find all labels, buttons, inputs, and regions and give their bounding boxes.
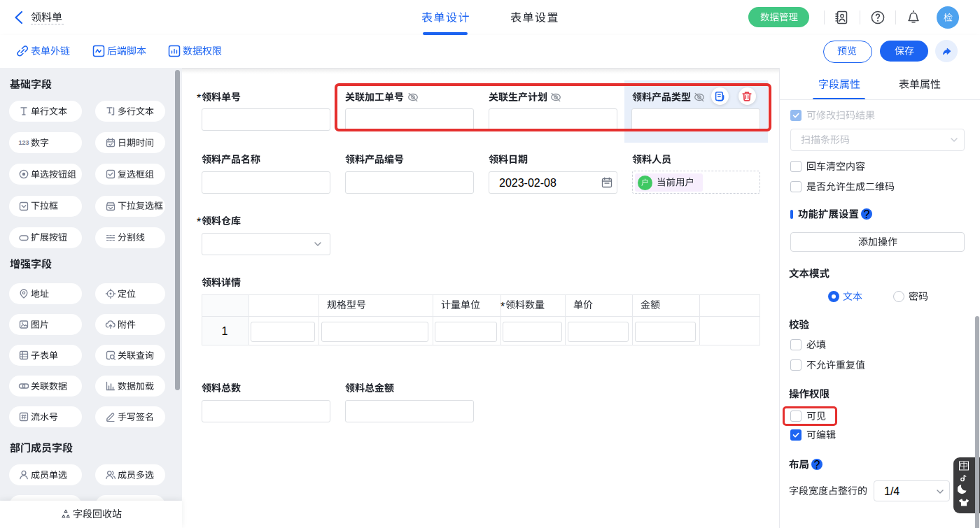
svg-text:123: 123 bbox=[18, 139, 29, 146]
